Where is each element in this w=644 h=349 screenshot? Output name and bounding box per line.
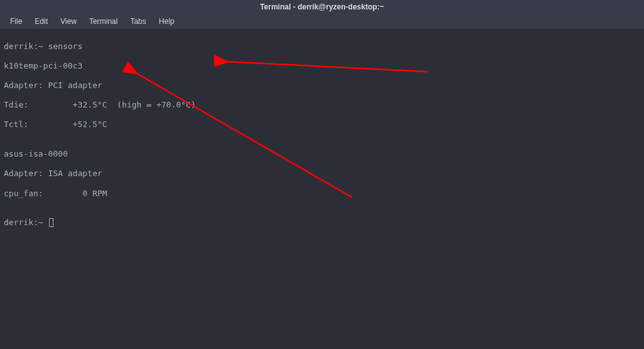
menubar: File Edit View Terminal Tabs Help [0, 14, 644, 29]
menu-help[interactable]: Help [154, 16, 180, 27]
terminal-line-adapter-1: Adapter: PCI adapter [4, 80, 640, 91]
window-title: Terminal - derrik@ryzen-desktop:~ [260, 3, 384, 11]
window-titlebar: Terminal - derrik@ryzen-desktop:~ [0, 0, 644, 14]
terminal-line-sensor-chip-1: k10temp-pci-00c3 [4, 61, 640, 71]
prompt-text: derrik:~ [4, 218, 48, 227]
terminal-line-prompt-idle: derrik:~ [4, 218, 640, 228]
terminal-line-cpu-fan: cpu_fan: 0 RPM [4, 189, 640, 199]
menu-terminal[interactable]: Terminal [84, 16, 123, 27]
terminal-line-adapter-2: Adapter: ISA adapter [4, 169, 640, 179]
terminal-line-prompt-command: derrik:~ sensors [4, 42, 640, 52]
terminal-line-tctl: Tctl: +52.5°C [4, 119, 640, 130]
menu-edit[interactable]: Edit [30, 16, 53, 27]
terminal-output[interactable]: derrik:~ sensors k10temp-pci-00c3 Adapte… [0, 29, 644, 240]
menu-file[interactable]: File [5, 16, 27, 27]
menu-view[interactable]: View [55, 16, 82, 27]
terminal-line-sensor-chip-2: asus-isa-0000 [4, 149, 640, 159]
terminal-line-tdie: Tdie: +32.5°C (high = +70.0°C) [4, 100, 640, 110]
cursor-icon [49, 218, 53, 227]
menu-tabs[interactable]: Tabs [125, 16, 151, 27]
